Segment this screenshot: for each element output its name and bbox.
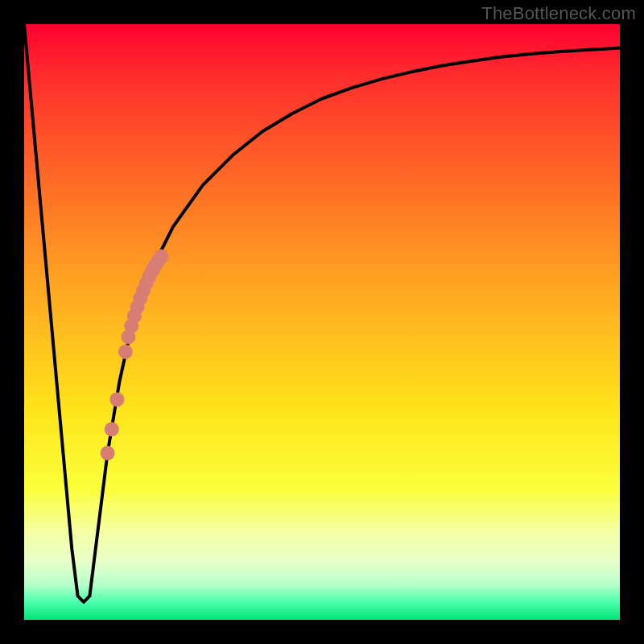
watermark-text: TheBottleneck.com <box>481 3 636 24</box>
curve-layer <box>24 24 620 620</box>
plot-area <box>24 24 620 620</box>
marker-dot <box>105 422 119 436</box>
marker-dot <box>109 392 124 407</box>
bottleneck-curve <box>24 24 620 602</box>
marker-dot <box>154 250 168 264</box>
marker-dot <box>118 345 133 359</box>
curve-path <box>24 24 620 602</box>
highlighted-markers <box>101 250 169 460</box>
chart-frame: TheBottleneck.com <box>0 0 644 644</box>
marker-dot <box>101 446 115 460</box>
